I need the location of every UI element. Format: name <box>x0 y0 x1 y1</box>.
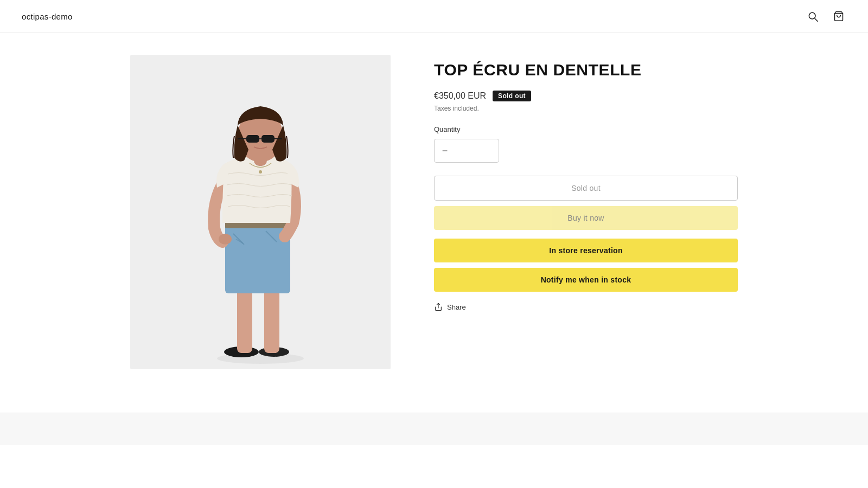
site-header: octipas-demo <box>0 0 868 33</box>
site-logo[interactable]: octipas-demo <box>22 12 73 21</box>
footer-bar <box>0 413 868 445</box>
quantity-decrease-button[interactable]: − <box>435 139 455 162</box>
model-illustration <box>130 55 391 369</box>
product-details: TOP ÉCRU EN DENTELLE €350,00 EUR Sold ou… <box>434 55 738 311</box>
share-row[interactable]: Share <box>434 303 738 311</box>
buy-now-button[interactable]: Buy it now <box>434 206 738 230</box>
search-button[interactable] <box>805 9 820 24</box>
quantity-control: − + <box>434 139 499 163</box>
svg-point-15 <box>259 170 262 174</box>
quantity-input[interactable] <box>455 146 499 155</box>
product-page: TOP ÉCRU EN DENTELLE €350,00 EUR Sold ou… <box>108 33 760 391</box>
quantity-label: Quantity <box>434 125 738 133</box>
share-label: Share <box>447 303 466 311</box>
svg-point-23 <box>219 234 232 245</box>
taxes-note: Taxes included. <box>434 105 738 112</box>
in-store-reservation-button[interactable]: In store reservation <box>434 239 738 262</box>
sold-out-button: Sold out <box>434 176 738 201</box>
price-row: €350,00 EUR Sold out <box>434 91 738 101</box>
product-image-container <box>130 55 391 369</box>
svg-point-0 <box>809 12 815 19</box>
cart-icon <box>833 11 844 22</box>
product-price: €350,00 EUR <box>434 91 486 101</box>
cart-button[interactable] <box>831 9 846 24</box>
product-title: TOP ÉCRU EN DENTELLE <box>434 60 738 80</box>
header-actions <box>805 9 846 24</box>
search-icon <box>807 11 818 22</box>
svg-line-1 <box>815 18 818 21</box>
sold-out-badge: Sold out <box>493 91 531 101</box>
share-icon <box>434 303 443 311</box>
product-image <box>130 55 391 369</box>
notify-me-button[interactable]: Notify me when in stock <box>434 268 738 292</box>
svg-rect-18 <box>246 135 259 143</box>
svg-rect-19 <box>261 135 275 143</box>
